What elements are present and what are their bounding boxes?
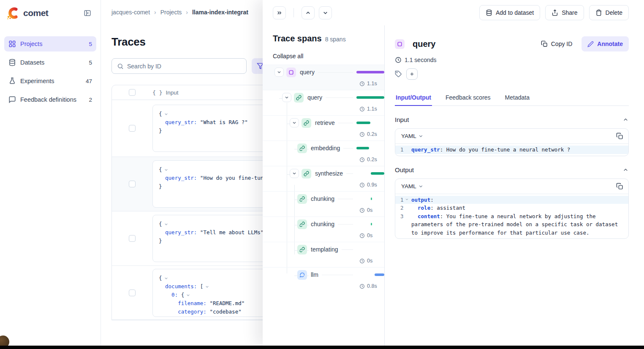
span-row-retrieve[interactable]: retrieve 0.2s (263, 115, 384, 141)
span-timeline (356, 71, 384, 73)
copy-icon (616, 183, 623, 190)
span-row-llm[interactable]: llm 0.8s (263, 267, 384, 292)
share-icon (552, 9, 558, 16)
copy-input-button[interactable] (616, 133, 623, 140)
chevron-down-icon[interactable] (205, 284, 209, 289)
span-row-synthesize[interactable]: synthesize 0.9s (263, 166, 384, 191)
chevrons-right-icon (276, 10, 283, 16)
breadcrumb-workspace[interactable]: jacques-comet (111, 9, 150, 16)
clock-icon (359, 106, 365, 112)
row-checkbox[interactable] (129, 125, 136, 132)
collapse-input-button[interactable] (622, 116, 629, 123)
add-to-dataset-button[interactable]: Add to dataset (479, 5, 540, 20)
span-duration: 0s (367, 207, 372, 213)
span-type-icon (297, 219, 307, 229)
database-icon (486, 9, 492, 16)
breadcrumb-projects[interactable]: Projects (160, 9, 182, 16)
fold-chevron-icon[interactable] (405, 197, 409, 201)
leader-line (338, 199, 353, 199)
trace-type-icon (286, 68, 296, 77)
output-format-select[interactable]: YAML (401, 183, 424, 189)
chevron-down-icon (418, 184, 424, 189)
leader-line (326, 97, 353, 98)
chevron-down-icon[interactable] (164, 112, 168, 116)
collapse-output-button[interactable] (622, 167, 629, 173)
tab-feedback-scores[interactable]: Feedback scores (445, 91, 492, 106)
search-input[interactable] (127, 63, 241, 70)
expand-toggle[interactable] (290, 118, 299, 127)
chevron-down-icon (418, 133, 424, 139)
row-checkbox[interactable] (129, 235, 136, 242)
chevron-down-icon[interactable] (186, 293, 190, 298)
detail-tabs: Input/Output Feedback scores Metadata (395, 91, 629, 106)
delete-button[interactable]: Delete (589, 5, 629, 20)
next-trace-button[interactable] (319, 6, 332, 19)
span-row-chunking[interactable]: chunking 0s (263, 216, 384, 242)
span-label: chunking (311, 221, 334, 227)
code-line: 1 output: (395, 196, 628, 204)
span-label: embedding (311, 145, 340, 152)
sidebar-item-datasets[interactable]: Datasets 5 (4, 55, 96, 70)
link-icon (299, 146, 305, 151)
code-line: 1 query_str: How do you fine-tune a neur… (395, 146, 628, 154)
span-row-chunking[interactable]: chunking 0s (263, 191, 384, 216)
copy-output-button[interactable] (616, 183, 623, 190)
sidebar-collapse-button[interactable] (82, 8, 93, 19)
annotate-button[interactable]: Annotate (582, 36, 629, 51)
tab-input-output[interactable]: Input/Output (395, 91, 432, 106)
chevron-down-icon[interactable] (164, 168, 168, 172)
span-row-query[interactable]: query 1.1s (263, 90, 384, 115)
chevron-up-icon (622, 116, 629, 123)
chevron-down-icon[interactable] (164, 276, 168, 281)
copy-icon (541, 41, 548, 47)
row-checkbox[interactable] (129, 289, 136, 296)
span-timeline (356, 122, 384, 124)
sidebar-item-label: Feedback definitions (20, 96, 84, 103)
select-all-checkbox[interactable] (129, 89, 136, 96)
tab-metadata[interactable]: Metadata (504, 91, 530, 106)
expand-toggle[interactable] (274, 68, 284, 77)
row-checkbox[interactable] (129, 181, 136, 187)
sidebar-item-experiments[interactable]: Experiments 47 (4, 73, 96, 89)
span-duration: 0s (367, 258, 372, 264)
trace-spans-panel: Trace spans 8 spans Collapse all query (263, 25, 385, 346)
chevron-down-icon[interactable] (164, 222, 168, 227)
expand-toggle[interactable] (282, 93, 291, 102)
clock-icon (359, 258, 365, 264)
sidebar: comet Projects 5 Datasets 5 (0, 0, 101, 346)
chevron-down-icon (322, 10, 329, 16)
output-code: 1 output: 2 role: assistant 3 content: Y… (395, 194, 628, 239)
sidebar-item-label: Datasets (20, 59, 84, 66)
trace-square-icon (288, 70, 294, 75)
span-row-embedding[interactable]: embedding 0.2s (263, 141, 384, 166)
span-type-icon (297, 270, 307, 280)
breadcrumb-current-project[interactable]: llama-index-integrat (192, 9, 248, 16)
sidebar-item-feedback-definitions[interactable]: Feedback definitions 2 (4, 92, 96, 107)
sidebar-item-projects[interactable]: Projects 5 (4, 36, 96, 51)
copy-id-label: Copy ID (551, 41, 573, 47)
span-row-templating[interactable]: templating 0s (263, 242, 384, 267)
collapse-all-button[interactable]: Collapse all (263, 43, 384, 65)
bottom-bar (0, 346, 644, 349)
input-column-header: Input (166, 89, 178, 96)
delete-label: Delete (606, 9, 622, 16)
link-icon (304, 120, 309, 126)
comet-logo[interactable]: comet (6, 6, 48, 20)
add-tag-button[interactable] (406, 68, 418, 80)
clock-icon (359, 132, 365, 137)
span-label: query (300, 69, 315, 76)
expand-toggle[interactable] (290, 169, 299, 178)
span-timeline (356, 197, 384, 200)
span-type-icon (302, 169, 311, 179)
input-code: 1 query_str: How do you fine-tune a neur… (395, 144, 628, 156)
close-panel-button[interactable] (273, 6, 286, 19)
chevron-down-icon (292, 120, 297, 125)
input-format-select[interactable]: YAML (401, 133, 424, 139)
share-button[interactable]: Share (545, 5, 584, 20)
copy-id-button[interactable]: Copy ID (541, 41, 573, 47)
span-detail-panel: query Copy ID Annotate 1.1 seconds (385, 25, 644, 346)
span-row-query-root[interactable]: query 1.1s (263, 65, 384, 90)
span-timeline (356, 223, 384, 225)
previous-trace-button[interactable] (302, 6, 315, 19)
leader-line (322, 275, 353, 275)
